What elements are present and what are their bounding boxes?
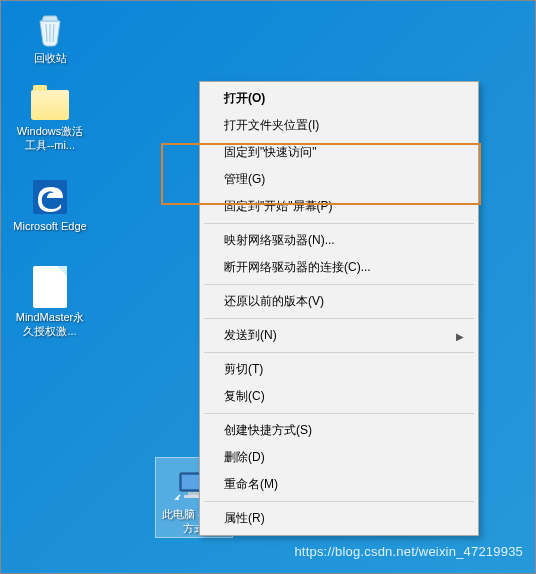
icon-label: Microsoft Edge: [11, 219, 89, 233]
menu-separator: [204, 352, 474, 353]
mindmaster-doc-icon[interactable]: MindMaster永久授权激...: [11, 266, 89, 338]
menu-rename[interactable]: 重命名(M): [202, 471, 476, 498]
windows-activate-folder-icon[interactable]: Windows激活工具--mi...: [11, 84, 89, 152]
menu-separator: [204, 413, 474, 414]
trash-icon: [30, 9, 70, 49]
menu-map-network-drive[interactable]: 映射网络驱动器(N)...: [202, 227, 476, 254]
document-icon: [33, 266, 67, 308]
watermark-text: https://blog.csdn.net/weixin_47219935: [294, 544, 523, 559]
menu-copy[interactable]: 复制(C): [202, 383, 476, 410]
folder-icon: [31, 90, 69, 120]
chevron-right-icon: ▶: [456, 330, 464, 341]
menu-restore-previous[interactable]: 还原以前的版本(V): [202, 288, 476, 315]
icon-label: MindMaster永久授权激...: [11, 310, 89, 338]
menu-open-folder-location[interactable]: 打开文件夹位置(I): [202, 112, 476, 139]
menu-send-to[interactable]: 发送到(N) ▶: [202, 322, 476, 349]
icon-label: Windows激活工具--mi...: [11, 124, 89, 152]
menu-pin-start[interactable]: 固定到"开始"屏幕(P): [202, 193, 476, 220]
menu-properties[interactable]: 属性(R): [202, 505, 476, 532]
menu-pin-quick-access[interactable]: 固定到"快速访问": [202, 139, 476, 166]
edge-browser-icon: [30, 177, 70, 217]
menu-send-to-label: 发送到(N): [224, 328, 277, 342]
menu-separator: [204, 318, 474, 319]
context-menu: 打开(O) 打开文件夹位置(I) 固定到"快速访问" 管理(G) 固定到"开始"…: [199, 81, 479, 536]
menu-separator: [204, 501, 474, 502]
menu-disconnect-network-drive[interactable]: 断开网络驱动器的连接(C)...: [202, 254, 476, 281]
recycle-bin-icon[interactable]: 回收站: [11, 5, 89, 65]
menu-separator: [204, 284, 474, 285]
icon-label: 回收站: [11, 51, 89, 65]
menu-manage[interactable]: 管理(G): [202, 166, 476, 193]
menu-open[interactable]: 打开(O): [202, 85, 476, 112]
microsoft-edge-icon[interactable]: Microsoft Edge: [11, 173, 89, 233]
menu-create-shortcut[interactable]: 创建快捷方式(S): [202, 417, 476, 444]
menu-delete[interactable]: 删除(D): [202, 444, 476, 471]
menu-separator: [204, 223, 474, 224]
menu-cut[interactable]: 剪切(T): [202, 356, 476, 383]
